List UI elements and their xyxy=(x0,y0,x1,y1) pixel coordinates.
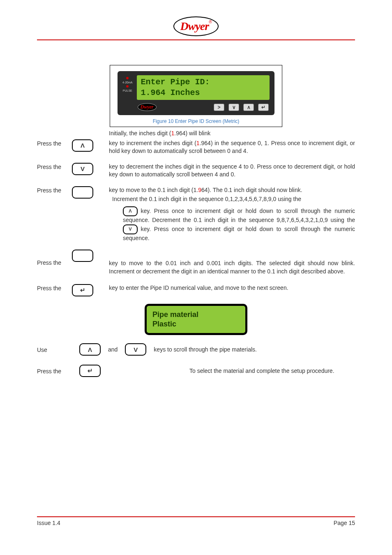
header-divider xyxy=(37,39,355,40)
step5-text: key to enter the Pipe ID numerical value… xyxy=(109,284,355,292)
lcd-line1: Enter Pipe ID: xyxy=(141,77,265,88)
logo-text: Dwyer xyxy=(180,20,209,32)
step7-text: To select the material and complete the … xyxy=(189,367,355,375)
down-key-small-icon: V xyxy=(123,224,138,234)
press-label: Press the xyxy=(37,250,72,266)
mini-logo: Dwyer xyxy=(138,103,157,111)
device-next-button: > xyxy=(214,104,224,111)
press-label: Press the xyxy=(37,163,72,170)
page-footer: Issue 1.4 Page 15 xyxy=(37,516,355,526)
logo-reg: ® xyxy=(209,20,212,24)
step4-text: key to move to the 0.01 inch and 0.001 i… xyxy=(109,250,355,275)
step1-text: key to increment the inches digit (1.964… xyxy=(109,139,355,155)
indicator-420ma: 4-20mA xyxy=(122,81,133,84)
pipe-material-screen: Pipe material Plastic xyxy=(145,304,247,335)
and-label: and xyxy=(108,346,118,353)
pipe-material-line2: Plastic xyxy=(152,319,240,329)
press-label: Press the xyxy=(37,139,72,147)
use-label: Use xyxy=(37,346,72,353)
enter-key-icon: ↵ xyxy=(79,365,101,377)
blank-key-icon xyxy=(72,186,93,199)
device-enter-button: ↵ xyxy=(258,104,269,111)
footer-issue: Issue 1.4 xyxy=(37,520,60,526)
step6-text: keys to scroll through the pipe material… xyxy=(154,346,355,354)
pipe-material-line1: Pipe material xyxy=(152,310,240,319)
down-key-icon: V xyxy=(72,163,93,175)
initial-text: Initially, the inches digit (1.964) will… xyxy=(109,130,355,138)
led-icon xyxy=(126,77,129,79)
enter-key-icon: ↵ xyxy=(72,284,93,296)
up-key-small-icon: Λ xyxy=(123,206,138,216)
press-label: Press the xyxy=(37,367,72,375)
device-up-button: ∧ xyxy=(243,104,254,111)
press-label: Press the xyxy=(37,284,72,291)
down-key-icon: V xyxy=(125,343,146,356)
press-label: Press the xyxy=(37,186,72,194)
led-icon xyxy=(126,85,129,88)
step2-text: key to decrement the inches digit in the… xyxy=(109,163,355,179)
header-logo: Dwyer® xyxy=(37,16,355,36)
lcd-line2: 1.964 Inches xyxy=(141,88,265,98)
up-key-icon: Λ xyxy=(79,343,101,356)
footer-page: Page 15 xyxy=(334,520,355,526)
lcd-screen: Enter Pipe ID: 1.964 Inches xyxy=(137,75,270,100)
up-key-icon: Λ xyxy=(72,139,93,152)
device-indicators: 4-20mA PULSE xyxy=(122,75,133,92)
device-figure: 4-20mA PULSE Enter Pipe ID: 1.964 Inches… xyxy=(110,65,282,127)
blank-key-icon xyxy=(72,250,93,262)
figure-caption: Figure 10 Enter Pipe ID Screen (Metric) xyxy=(118,118,274,124)
device-down-button: ∨ xyxy=(228,104,239,111)
indicator-pulse: PULSE xyxy=(123,89,132,92)
step3-text: key to move to the 0.1 inch digit (1.964… xyxy=(109,186,355,242)
